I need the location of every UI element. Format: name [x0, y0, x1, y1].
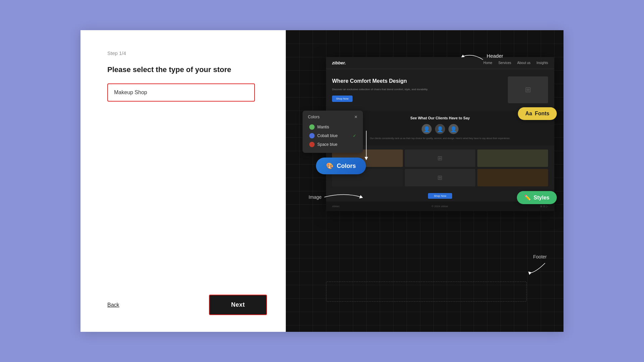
gallery-item-3	[477, 149, 548, 167]
avatar-2: 👤	[435, 124, 445, 134]
svg-marker-3	[528, 272, 532, 275]
header-label-text: Header	[487, 53, 503, 59]
right-panel: zibber. Home Services About us Insights …	[286, 30, 564, 332]
color-check-cobalt: ✓	[353, 133, 356, 138]
nav-link-home: Home	[483, 61, 492, 65]
main-container: Step 1/4 Please select the type of your …	[80, 30, 564, 332]
fonts-badge[interactable]: Aa Fonts	[518, 107, 557, 120]
mockup-hero-subtitle: Discover an exclusive collection of chai…	[332, 87, 504, 92]
testimonials-title: See What Our Clients Have to Say	[332, 116, 548, 120]
gallery-item-6	[477, 169, 548, 186]
step-label: Step 1/4	[107, 50, 267, 56]
color-option-cobalt[interactable]: Cobalt blue ✓	[308, 131, 358, 140]
image-label-text: Image	[309, 194, 322, 200]
nav-link-about: About us	[517, 61, 530, 65]
header-arrow	[460, 51, 486, 61]
gallery-item-2: ⊞	[405, 149, 476, 167]
store-type-input[interactable]	[107, 83, 255, 102]
color-option-space[interactable]: Space blue	[308, 140, 358, 149]
image-placeholder-icon: ⊞	[525, 85, 531, 94]
color-name-mantis: Mantis	[317, 125, 329, 129]
mockup-hero-cta[interactable]: Shop Now	[332, 96, 353, 102]
color-option-mantis[interactable]: Mantis	[308, 123, 358, 131]
footer-label-area: Footer	[527, 254, 547, 275]
testimonial-text: Our clients consistently rank us as thei…	[332, 137, 548, 140]
colors-button-label: Colors	[337, 163, 356, 170]
next-button[interactable]: Next	[209, 295, 267, 315]
avatar-1: 👤	[422, 124, 432, 134]
color-name-cobalt: Cobalt blue	[317, 133, 338, 138]
nav-link-insights: Insights	[537, 61, 548, 65]
mockup-hero-text: Where Comfort Meets Design Discover an e…	[332, 78, 504, 102]
colors-panel-title: Colors	[308, 115, 320, 119]
image-arrow	[324, 190, 365, 204]
footer-social: ⊞ ⊟ ▷	[540, 205, 548, 208]
fonts-label: Fonts	[535, 111, 549, 117]
footer-label-text: Footer	[533, 254, 547, 259]
mockup-hero-title: Where Comfort Meets Design	[332, 78, 504, 85]
nav-link-services: Services	[498, 61, 511, 65]
colors-button-icon: 🎨	[326, 162, 333, 170]
mockup-avatars: 👤 👤 👤	[332, 124, 548, 134]
gallery-item-5: ⊞	[405, 169, 476, 186]
colors-button[interactable]: 🎨 Colors	[316, 158, 366, 174]
styles-label: Styles	[534, 195, 549, 201]
mockup-hero: Where Comfort Meets Design Discover an e…	[326, 69, 554, 111]
header-label-area: Header	[457, 53, 503, 59]
footer-logo: zibber.	[332, 205, 340, 208]
fonts-icon: Aa	[525, 111, 532, 117]
mockup-logo: zibber.	[332, 60, 346, 65]
mockup-cta-button[interactable]: Shop Now	[428, 193, 452, 199]
styles-icon: ✏️	[524, 194, 531, 201]
left-panel: Step 1/4 Please select the type of your …	[80, 30, 286, 332]
mockup-nav-links: Home Services About us Insights	[483, 61, 548, 65]
question-title: Please select the type of your store	[107, 65, 267, 74]
image-label-area: Image	[309, 190, 365, 204]
color-dot-mantis	[309, 124, 315, 130]
footer-copyright: © 2024 zibber	[432, 205, 448, 208]
bottom-actions: Back Next	[107, 295, 267, 315]
mockup-hero-image: ⊞	[508, 76, 548, 103]
avatar-3: 👤	[448, 124, 459, 134]
styles-badge[interactable]: ✏️ Styles	[517, 191, 557, 204]
color-dot-space	[309, 142, 315, 147]
back-button[interactable]: Back	[107, 302, 119, 308]
colors-panel: Colors ✕ Mantis Cobalt blue ✓ Space blue	[303, 111, 363, 153]
color-name-space: Space blue	[317, 142, 337, 147]
color-dot-cobalt	[309, 133, 315, 138]
colors-panel-close[interactable]: ✕	[354, 115, 358, 119]
footer-arrow	[527, 261, 547, 275]
mockup-nav: zibber. Home Services About us Insights	[326, 57, 554, 69]
colors-panel-header: Colors ✕	[308, 115, 358, 119]
